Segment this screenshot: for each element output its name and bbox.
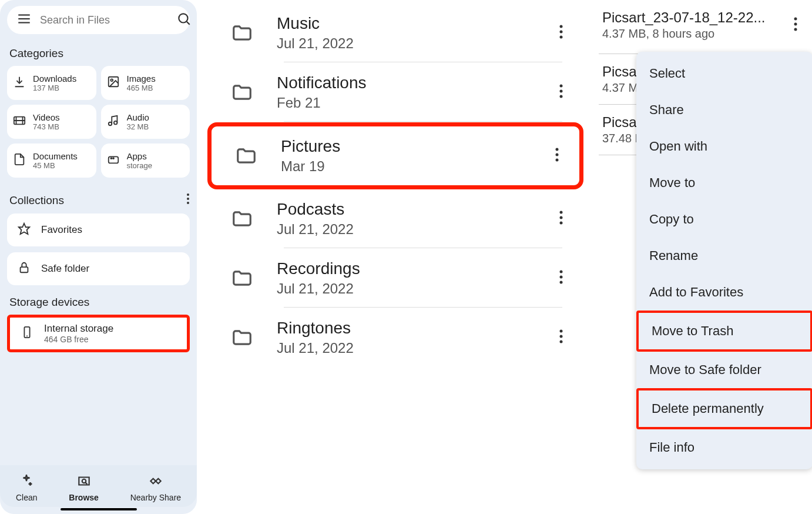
nav-clean-label: Clean xyxy=(16,493,38,502)
svg-point-45 xyxy=(794,28,797,31)
svg-point-16 xyxy=(187,193,189,196)
category-size: 45 MB xyxy=(33,161,78,170)
folder-date: Jul 21, 2022 xyxy=(277,340,553,356)
folder-icon xyxy=(222,22,263,44)
menu-rename[interactable]: Rename xyxy=(636,238,812,274)
category-audio[interactable]: Audio32 MB xyxy=(101,105,190,139)
category-label: Videos xyxy=(33,112,60,122)
folder-name: Podcasts xyxy=(277,200,553,219)
menu-move-to-safe[interactable]: Move to Safe folder xyxy=(636,352,812,388)
collections-label: Collections xyxy=(9,194,64,207)
internal-storage-item[interactable]: Internal storage 464 GB free xyxy=(7,315,190,352)
svg-point-27 xyxy=(560,36,563,39)
svg-point-39 xyxy=(560,281,563,284)
audio-icon xyxy=(107,114,120,129)
svg-point-30 xyxy=(560,95,563,98)
svg-point-36 xyxy=(560,222,563,225)
folder-music[interactable]: MusicJul 21, 2022 xyxy=(207,4,583,63)
nav-nearby-label: Nearby Share xyxy=(130,493,181,502)
download-icon xyxy=(13,75,26,91)
folder-date: Jul 21, 2022 xyxy=(277,35,553,52)
bottom-nav: Clean Browse Nearby Share xyxy=(0,465,197,507)
safe-folder-item[interactable]: Safe folder xyxy=(7,252,190,285)
svg-point-44 xyxy=(794,22,797,25)
svg-line-24 xyxy=(85,482,87,484)
category-documents[interactable]: Documents45 MB xyxy=(7,143,96,178)
folder-name: Notifications xyxy=(277,74,553,92)
svg-point-41 xyxy=(560,335,563,338)
category-images[interactable]: Images465 MB xyxy=(101,66,190,100)
more-icon[interactable] xyxy=(553,78,569,107)
phone-icon xyxy=(21,326,33,341)
category-size: 137 MB xyxy=(33,84,76,92)
category-label: Downloads xyxy=(33,74,76,84)
svg-point-6 xyxy=(110,79,113,81)
safe-folder-label: Safe folder xyxy=(41,263,89,275)
menu-delete-permanently[interactable]: Delete permanently xyxy=(636,388,812,429)
more-icon[interactable] xyxy=(553,204,569,233)
folder-date: Jul 21, 2022 xyxy=(277,221,553,238)
svg-point-12 xyxy=(113,121,117,125)
menu-icon[interactable] xyxy=(16,11,32,29)
nav-nearby[interactable]: Nearby Share xyxy=(130,473,181,502)
more-icon[interactable] xyxy=(549,141,565,171)
menu-move-to-trash[interactable]: Move to Trash xyxy=(636,311,812,352)
more-icon[interactable] xyxy=(553,18,569,48)
menu-move-to[interactable]: Move to xyxy=(636,165,812,201)
folder-icon xyxy=(222,326,263,349)
search-bar[interactable] xyxy=(7,6,190,34)
search-icon[interactable] xyxy=(176,11,192,29)
more-icon[interactable] xyxy=(787,11,804,40)
folder-recordings[interactable]: RecordingsJul 21, 2022 xyxy=(207,249,583,308)
menu-select[interactable]: Select xyxy=(636,55,812,92)
nav-browse[interactable]: Browse xyxy=(69,473,99,502)
svg-point-33 xyxy=(556,159,559,162)
folder-date: Jul 21, 2022 xyxy=(277,281,553,297)
folder-icon xyxy=(222,208,263,230)
categories-heading: Categories xyxy=(9,47,190,60)
apps-icon xyxy=(107,153,120,168)
folder-podcasts[interactable]: PodcastsJul 21, 2022 xyxy=(207,189,583,249)
folder-notifications[interactable]: NotificationsFeb 21 xyxy=(207,63,583,122)
svg-rect-20 xyxy=(21,267,28,272)
more-icon[interactable] xyxy=(186,193,190,208)
document-icon xyxy=(13,153,26,168)
menu-add-favorites[interactable]: Add to Favorites xyxy=(636,274,812,311)
category-downloads[interactable]: Downloads137 MB xyxy=(7,66,96,100)
svg-point-18 xyxy=(187,202,189,204)
menu-share[interactable]: Share xyxy=(636,92,812,128)
svg-marker-19 xyxy=(19,223,29,233)
svg-point-29 xyxy=(560,90,563,93)
menu-copy-to[interactable]: Copy to xyxy=(636,201,812,238)
category-size: 32 MB xyxy=(127,122,149,131)
more-icon[interactable] xyxy=(553,323,569,352)
svg-point-3 xyxy=(179,14,187,22)
menu-file-info[interactable]: File info xyxy=(636,429,812,466)
category-apps[interactable]: Appsstorage xyxy=(101,143,190,178)
folder-ringtones[interactable]: RingtonesJul 21, 2022 xyxy=(207,308,583,368)
storage-label: Internal storage xyxy=(44,323,113,335)
svg-point-26 xyxy=(560,31,563,34)
category-videos[interactable]: Videos743 MB xyxy=(7,105,96,139)
folder-date: Feb 21 xyxy=(277,95,553,111)
folder-pictures[interactable]: PicturesMar 19 xyxy=(207,122,583,189)
favorites-item[interactable]: Favorites xyxy=(7,213,190,246)
folder-date: Mar 19 xyxy=(281,158,549,175)
sidebar-panel: Categories Downloads137 MB Images465 MB … xyxy=(0,0,197,514)
categories-grid: Downloads137 MB Images465 MB Videos743 M… xyxy=(7,66,190,178)
category-size: storage xyxy=(127,161,152,170)
home-indicator xyxy=(61,508,137,510)
category-label: Images xyxy=(127,74,156,84)
star-icon xyxy=(18,222,31,238)
menu-open-with[interactable]: Open with xyxy=(636,128,812,165)
favorites-label: Favorites xyxy=(41,224,82,236)
sparkle-icon xyxy=(19,473,34,490)
nav-clean[interactable]: Clean xyxy=(16,473,38,502)
more-icon[interactable] xyxy=(553,263,569,293)
video-icon xyxy=(13,114,26,129)
svg-point-35 xyxy=(560,216,563,219)
nearby-icon xyxy=(148,473,163,490)
svg-point-17 xyxy=(187,198,189,200)
search-input[interactable] xyxy=(40,14,176,26)
svg-point-14 xyxy=(110,158,112,159)
